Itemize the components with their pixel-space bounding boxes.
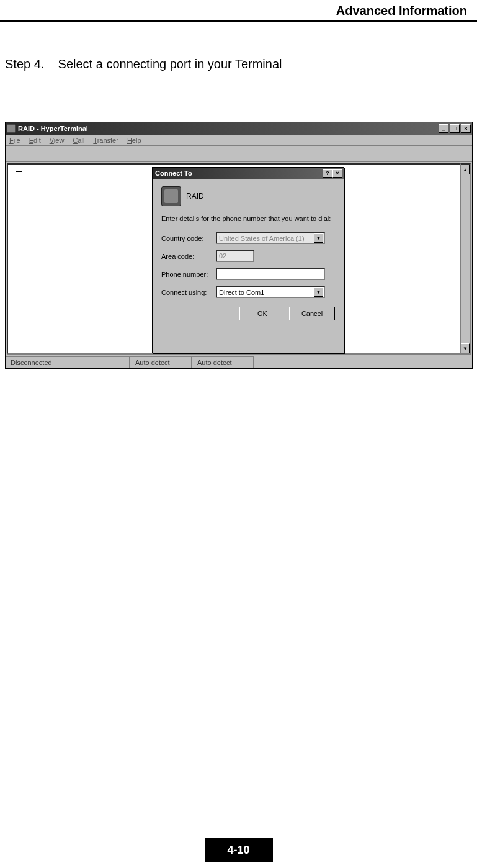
terminal-area[interactable]: Connect To ? × RAID Enter details for th… <box>7 163 461 355</box>
scroll-down-button[interactable]: ▼ <box>461 343 470 353</box>
dialog-help-button[interactable]: ? <box>323 169 332 178</box>
country-code-select[interactable]: United States of America (1) ▼ <box>216 232 325 244</box>
phone-icon <box>161 186 181 206</box>
connect-to-dialog: Connect To ? × RAID Enter details for th… <box>152 167 344 353</box>
menu-edit[interactable]: Edit <box>29 137 41 144</box>
menu-file[interactable]: File <box>9 137 20 144</box>
client-area: Connect To ? × RAID Enter details for th… <box>6 162 472 356</box>
hyperterminal-window: RAID - HyperTerminal _ □ × File Edit Vie… <box>5 122 473 369</box>
status-bar: Disconnected Auto detect Auto detect <box>6 356 472 368</box>
connection-name: RAID <box>186 192 204 201</box>
phone-number-input[interactable] <box>216 268 325 280</box>
label-phone-number: Phone number: <box>161 271 212 278</box>
step-text: Select a connecting port in your Termina… <box>58 57 282 71</box>
connect-using-select[interactable]: Direct to Com1 ▼ <box>216 286 325 298</box>
window-title: RAID - HyperTerminal <box>18 125 439 132</box>
status-detect-1: Auto detect <box>130 356 192 368</box>
connect-using-value: Direct to Com1 <box>219 289 264 296</box>
menu-call[interactable]: Call <box>73 137 84 144</box>
menu-view[interactable]: View <box>50 137 65 144</box>
terminal-cursor <box>16 171 22 172</box>
ok-button[interactable]: OK <box>239 307 285 320</box>
header-rule <box>0 20 477 22</box>
page-number: 4-10 <box>205 838 273 862</box>
chevron-down-icon[interactable]: ▼ <box>314 287 323 297</box>
status-connection: Disconnected <box>6 356 130 368</box>
page-header: Advanced Information <box>336 4 467 18</box>
cancel-button[interactable]: Cancel <box>289 307 335 320</box>
status-detect-2: Auto detect <box>192 356 254 368</box>
chevron-down-icon[interactable]: ▼ <box>314 233 323 243</box>
step-number: Step 4. <box>5 57 55 71</box>
menu-help[interactable]: Help <box>127 137 141 144</box>
close-button[interactable]: × <box>461 124 471 133</box>
minimize-button[interactable]: _ <box>439 124 448 133</box>
label-area-code: Area code: <box>161 253 212 260</box>
label-connect-using: Connect using: <box>161 289 212 296</box>
vertical-scrollbar[interactable]: ▲ ▼ <box>461 163 471 355</box>
area-code-input[interactable]: 02 <box>216 250 254 262</box>
screenshot: RAID - HyperTerminal _ □ × File Edit Vie… <box>5 122 473 369</box>
app-icon <box>7 124 16 133</box>
window-titlebar[interactable]: RAID - HyperTerminal _ □ × <box>6 122 472 135</box>
country-code-value: United States of America (1) <box>219 235 305 242</box>
dialog-instruction: Enter details for the phone number that … <box>161 215 335 222</box>
dialog-title: Connect To <box>154 170 323 177</box>
dialog-body: RAID Enter details for the phone number … <box>153 179 344 353</box>
dialog-close-button[interactable]: × <box>332 169 342 178</box>
step-line: Step 4. Select a connecting port in your… <box>5 57 282 71</box>
menu-transfer[interactable]: Transfer <box>93 137 118 144</box>
label-country-code: Country code: <box>161 235 212 242</box>
maximize-button[interactable]: □ <box>450 124 460 133</box>
dialog-titlebar[interactable]: Connect To ? × <box>153 168 344 179</box>
toolbar <box>6 146 472 162</box>
scroll-up-button[interactable]: ▲ <box>461 165 470 174</box>
menu-bar[interactable]: File Edit View Call Transfer Help <box>6 135 472 146</box>
